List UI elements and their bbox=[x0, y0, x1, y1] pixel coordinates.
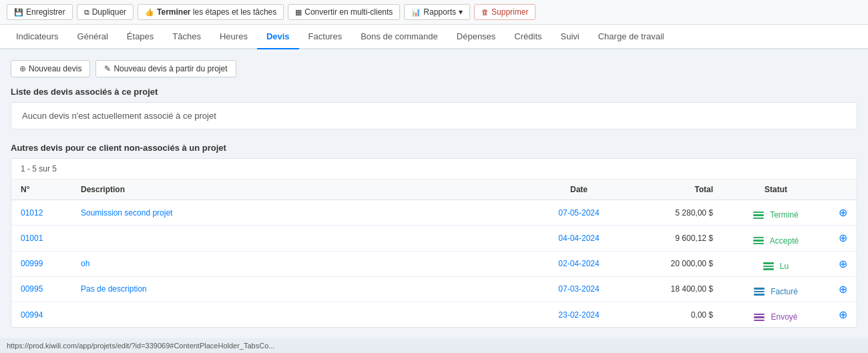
associated-section-title: Liste des devis associés à ce projet bbox=[11, 87, 857, 97]
terminer-label: Terminer les étapes et les tâches bbox=[157, 7, 276, 17]
cell-numero: 00999 bbox=[11, 251, 71, 276]
devis-number-link[interactable]: 01001 bbox=[21, 234, 43, 243]
save-icon: 💾 bbox=[14, 8, 23, 17]
devis-number-link[interactable]: 00995 bbox=[21, 284, 43, 294]
grid-icon: ▦ bbox=[295, 8, 302, 17]
supprimer-button[interactable]: 🗑 Supprimer bbox=[474, 4, 535, 20]
toolbar: 💾 Enregistrer ⧉ Dupliquer 👍 Terminer les… bbox=[0, 0, 868, 25]
nav-tabs: Indicateurs Général Étapes Tâches Heures… bbox=[0, 25, 868, 49]
nouveau-devis-projet-button[interactable]: ✎ Nouveau devis à partir du projet bbox=[95, 60, 236, 77]
tab-etapes[interactable]: Étapes bbox=[118, 25, 163, 49]
cell-date: 04-04-2024 bbox=[535, 226, 622, 251]
add-row-icon[interactable]: ⊕ bbox=[839, 309, 847, 320]
add-row-icon[interactable]: ⊕ bbox=[839, 207, 847, 218]
tab-factures[interactable]: Factures bbox=[299, 25, 352, 49]
cell-numero: 01001 bbox=[11, 226, 71, 251]
enregistrer-button[interactable]: 💾 Enregistrer bbox=[7, 4, 73, 20]
check-icon: 👍 bbox=[145, 8, 154, 17]
cell-description: oh bbox=[71, 251, 535, 276]
devis-number-link[interactable]: 00999 bbox=[21, 259, 43, 268]
status-label: Accepté bbox=[770, 236, 799, 246]
plus-icon: ⊕ bbox=[19, 64, 26, 73]
dupliquer-button[interactable]: ⧉ Dupliquer bbox=[77, 4, 134, 20]
cell-statut: Accepté bbox=[722, 226, 829, 251]
tab-credits[interactable]: Crédits bbox=[505, 25, 551, 49]
nouveau-devis-button[interactable]: ⊕ Nouveau devis bbox=[11, 60, 90, 77]
cell-statut: Lu bbox=[722, 251, 829, 276]
devis-table: N° Description Date Total Statut 01012 S… bbox=[11, 180, 857, 327]
tab-depenses[interactable]: Dépenses bbox=[447, 25, 505, 49]
status-lines-icon bbox=[754, 314, 765, 322]
convertir-button[interactable]: ▦ Convertir en multi-clients bbox=[288, 4, 400, 20]
tab-devis[interactable]: Devis bbox=[257, 25, 299, 49]
status-label: Lu bbox=[780, 262, 789, 271]
col-description: Description bbox=[71, 180, 535, 200]
cell-date: 07-05-2024 bbox=[535, 200, 622, 226]
content-area: ⊕ Nouveau devis ✎ Nouveau devis à partir… bbox=[0, 49, 868, 338]
rapports-button[interactable]: 📊 Rapports ▾ bbox=[404, 4, 470, 20]
empty-message: Aucun devis n'est actuellement associé à… bbox=[11, 102, 857, 129]
devis-number-link[interactable]: 01012 bbox=[21, 208, 43, 218]
terminer-button[interactable]: 👍 Terminer les étapes et les tâches bbox=[138, 4, 284, 20]
trash-icon: 🗑 bbox=[481, 8, 489, 16]
cell-total: 20 000,00 $ bbox=[622, 251, 722, 276]
col-date: Date bbox=[535, 180, 622, 200]
status-lines-icon bbox=[753, 237, 764, 245]
add-row-icon[interactable]: ⊕ bbox=[839, 258, 847, 270]
cell-description bbox=[71, 302, 535, 328]
dropdown-chevron-icon: ▾ bbox=[459, 7, 463, 17]
cell-date: 02-04-2024 bbox=[535, 251, 622, 276]
status-label: Terminé bbox=[770, 210, 799, 220]
col-numero: N° bbox=[11, 180, 71, 200]
devis-description-link[interactable]: Soumission second projet bbox=[81, 208, 172, 218]
cell-total: 18 400,00 $ bbox=[622, 276, 722, 302]
add-row-icon[interactable]: ⊕ bbox=[839, 232, 847, 244]
table-row: 01012 Soumission second projet 07-05-202… bbox=[11, 200, 857, 226]
cell-total: 5 280,00 $ bbox=[622, 200, 722, 226]
cell-description bbox=[71, 226, 535, 251]
status-lines-icon bbox=[753, 212, 764, 220]
devis-date-link[interactable]: 07-05-2024 bbox=[558, 208, 599, 218]
devis-description-link[interactable]: oh bbox=[81, 259, 89, 268]
devis-number-link[interactable]: 00994 bbox=[21, 310, 43, 320]
cell-numero: 00995 bbox=[11, 276, 71, 302]
cell-total: 0,00 $ bbox=[622, 302, 722, 328]
devis-description-link[interactable]: Pas de description bbox=[81, 284, 147, 294]
tab-general[interactable]: Général bbox=[68, 25, 118, 49]
add-row-icon[interactable]: ⊕ bbox=[839, 284, 847, 295]
table-count: 1 - 5 sur 5 bbox=[11, 159, 857, 180]
cell-add-action: ⊕ bbox=[829, 251, 857, 276]
tab-taches[interactable]: Tâches bbox=[163, 25, 210, 49]
other-devis-table-container: 1 - 5 sur 5 N° Description Date Total St… bbox=[11, 158, 857, 328]
tab-charge-travail[interactable]: Charge de travail bbox=[589, 25, 674, 49]
tab-suivi[interactable]: Suivi bbox=[552, 25, 589, 49]
bar-chart-icon: 📊 bbox=[411, 8, 421, 17]
cell-statut: Envoyé bbox=[722, 302, 829, 328]
status-lines-icon bbox=[763, 262, 774, 270]
tab-bons-commande[interactable]: Bons de commande bbox=[351, 25, 447, 49]
copy-icon: ⧉ bbox=[84, 8, 89, 17]
col-total: Total bbox=[622, 180, 722, 200]
col-statut: Statut bbox=[722, 180, 829, 200]
cell-add-action: ⊕ bbox=[829, 302, 857, 328]
other-section-title: Autres devis pour ce client non-associés… bbox=[11, 143, 857, 153]
devis-date-link[interactable]: 02-04-2024 bbox=[558, 259, 599, 268]
devis-date-link[interactable]: 07-03-2024 bbox=[558, 284, 599, 294]
col-actions bbox=[829, 180, 857, 200]
status-lines-icon bbox=[754, 288, 765, 296]
table-row: 00994 23-02-2024 0,00 $ Envoyé ⊕ bbox=[11, 302, 857, 328]
cell-description: Soumission second projet bbox=[71, 200, 535, 226]
table-row: 00999 oh 02-04-2024 20 000,00 $ Lu ⊕ bbox=[11, 251, 857, 276]
cell-numero: 00994 bbox=[11, 302, 71, 328]
cell-statut: Terminé bbox=[722, 200, 829, 226]
pencil-icon: ✎ bbox=[104, 64, 111, 73]
tab-indicateurs[interactable]: Indicateurs bbox=[7, 25, 68, 49]
devis-date-link[interactable]: 04-04-2024 bbox=[558, 234, 599, 243]
action-row: ⊕ Nouveau devis ✎ Nouveau devis à partir… bbox=[11, 60, 857, 77]
status-label: Envoyé bbox=[771, 312, 797, 322]
status-label: Facturé bbox=[771, 287, 798, 296]
cell-date: 23-02-2024 bbox=[535, 302, 622, 328]
cell-add-action: ⊕ bbox=[829, 226, 857, 251]
tab-heures[interactable]: Heures bbox=[210, 25, 257, 49]
devis-date-link[interactable]: 23-02-2024 bbox=[558, 310, 599, 320]
